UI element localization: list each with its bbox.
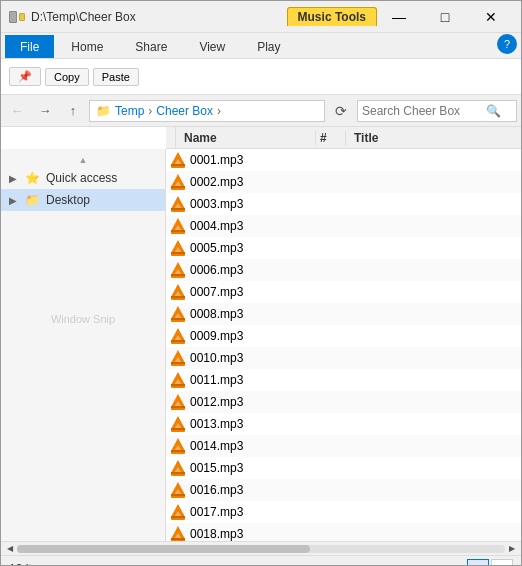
tab-play[interactable]: Play (242, 35, 295, 58)
table-row[interactable]: 0015.mp3 (166, 457, 521, 479)
table-row[interactable]: 0018.mp3 (166, 523, 521, 541)
table-row[interactable]: 0009.mp3 (166, 325, 521, 347)
ribbon-content: 📌 Copy Paste (1, 59, 521, 95)
refresh-button[interactable]: ⟳ (329, 99, 353, 123)
vlc-file-icon (170, 240, 186, 256)
expand-arrow-quick-access: ▶ (9, 173, 19, 184)
vlc-file-icon (170, 306, 186, 322)
ribbon-pin-button[interactable]: 📌 (9, 67, 41, 86)
file-name-label: 0014.mp3 (190, 439, 517, 453)
table-row[interactable]: 0014.mp3 (166, 435, 521, 457)
vlc-file-icon (170, 174, 186, 190)
title-bar: D:\Temp\Cheer Box Music Tools — □ ✕ (1, 1, 521, 33)
close-button[interactable]: ✕ (469, 3, 513, 31)
table-row[interactable]: 0007.mp3 (166, 281, 521, 303)
scroll-track[interactable] (17, 545, 505, 553)
file-name-label: 0013.mp3 (190, 417, 517, 431)
vlc-file-icon (170, 372, 186, 388)
table-row[interactable]: 0005.mp3 (166, 237, 521, 259)
file-name-label: 0017.mp3 (190, 505, 517, 519)
file-name-label: 0002.mp3 (190, 175, 517, 189)
music-tools-tab[interactable]: Music Tools (287, 7, 377, 26)
scroll-right-button[interactable]: ▶ (505, 542, 519, 556)
search-icon: 🔍 (486, 104, 501, 118)
file-name-label: 0016.mp3 (190, 483, 517, 497)
table-row[interactable]: 0008.mp3 (166, 303, 521, 325)
address-bar: ← → ↑ 📁 Temp › Cheer Box › ⟳ 🔍 (1, 95, 521, 127)
file-name-label: 0010.mp3 (190, 351, 517, 365)
table-row[interactable]: 0017.mp3 (166, 501, 521, 523)
file-name-label: 0008.mp3 (190, 307, 517, 321)
file-name-label: 0006.mp3 (190, 263, 517, 277)
file-name-label: 0007.mp3 (190, 285, 517, 299)
vlc-file-icon (170, 460, 186, 476)
file-name-label: 0009.mp3 (190, 329, 517, 343)
file-name-label: 0018.mp3 (190, 527, 517, 541)
table-row[interactable]: 0010.mp3 (166, 347, 521, 369)
scroll-thumb[interactable] (17, 545, 310, 553)
col-header-name[interactable]: Name (176, 131, 316, 145)
horizontal-scrollbar[interactable]: ◀ ▶ (1, 541, 521, 555)
desktop-label: Desktop (46, 193, 90, 207)
vlc-file-icon (170, 394, 186, 410)
path-separator-1: › (148, 104, 152, 118)
status-bar: 18 items ≡ ⊞ (1, 555, 521, 566)
table-row[interactable]: 0016.mp3 (166, 479, 521, 501)
file-name-label: 0015.mp3 (190, 461, 517, 475)
table-row[interactable]: 0006.mp3 (166, 259, 521, 281)
table-row[interactable]: 0012.mp3 (166, 391, 521, 413)
table-row[interactable]: 0003.mp3 (166, 193, 521, 215)
table-row[interactable]: 0001.mp3 (166, 149, 521, 171)
vlc-file-icon (170, 504, 186, 520)
address-path[interactable]: 📁 Temp › Cheer Box › (89, 100, 325, 122)
view-details-button[interactable]: ≡ (467, 559, 489, 567)
file-name-label: 0012.mp3 (190, 395, 517, 409)
maximize-button[interactable]: □ (423, 3, 467, 31)
vlc-file-icon (170, 262, 186, 278)
vlc-file-icon (170, 438, 186, 454)
forward-button[interactable]: → (33, 99, 57, 123)
file-area: 0001.mp3 0002.mp3 0003.mp3 0004.mp3 (166, 149, 521, 541)
table-row[interactable]: 0013.mp3 (166, 413, 521, 435)
folder-icon-small: 📁 (96, 104, 111, 118)
scroll-left-button[interactable]: ◀ (3, 542, 17, 556)
back-button[interactable]: ← (5, 99, 29, 123)
main-layout: ▲ ▶ ⭐ Quick access ▶ 📁 Desktop Window Sn… (1, 149, 521, 541)
vlc-file-icon (170, 196, 186, 212)
table-row[interactable]: 0004.mp3 (166, 215, 521, 237)
file-name-label: 0005.mp3 (190, 241, 517, 255)
col-header-hash[interactable]: # (316, 131, 346, 145)
vlc-file-icon (170, 152, 186, 168)
scroll-up-indicator: ▲ (1, 153, 165, 167)
window-controls: — □ ✕ (377, 3, 513, 31)
tab-home[interactable]: Home (56, 35, 118, 58)
path-separator-2: › (217, 104, 221, 118)
tab-file[interactable]: File (5, 35, 54, 58)
tab-share[interactable]: Share (120, 35, 182, 58)
help-icon[interactable]: ? (497, 34, 517, 54)
file-name-label: 0003.mp3 (190, 197, 517, 211)
breadcrumb-temp[interactable]: Temp (115, 104, 144, 118)
breadcrumb-cheerbox[interactable]: Cheer Box (156, 104, 213, 118)
search-box[interactable]: 🔍 (357, 100, 517, 122)
up-button[interactable]: ↑ (61, 99, 85, 123)
star-icon: ⭐ (25, 171, 40, 185)
tab-view[interactable]: View (184, 35, 240, 58)
ribbon-copy-button[interactable]: Copy (45, 68, 89, 86)
col-header-title[interactable]: Title (346, 131, 521, 145)
table-row[interactable]: 0011.mp3 (166, 369, 521, 391)
status-item-count: 18 items (9, 562, 54, 567)
table-row[interactable]: 0002.mp3 (166, 171, 521, 193)
minimize-button[interactable]: — (377, 3, 421, 31)
title-path-text: D:\Temp\Cheer Box (31, 10, 277, 24)
view-tiles-button[interactable]: ⊞ (491, 559, 513, 567)
expand-arrow-desktop: ▶ (9, 195, 19, 206)
sidebar-item-quick-access[interactable]: ▶ ⭐ Quick access (1, 167, 165, 189)
quick-access-label: Quick access (46, 171, 117, 185)
file-name-label: 0011.mp3 (190, 373, 517, 387)
vlc-file-icon (170, 482, 186, 498)
vlc-file-icon (170, 350, 186, 366)
search-input[interactable] (362, 104, 482, 118)
ribbon-paste-button[interactable]: Paste (93, 68, 139, 86)
sidebar-item-desktop[interactable]: ▶ 📁 Desktop (1, 189, 165, 211)
